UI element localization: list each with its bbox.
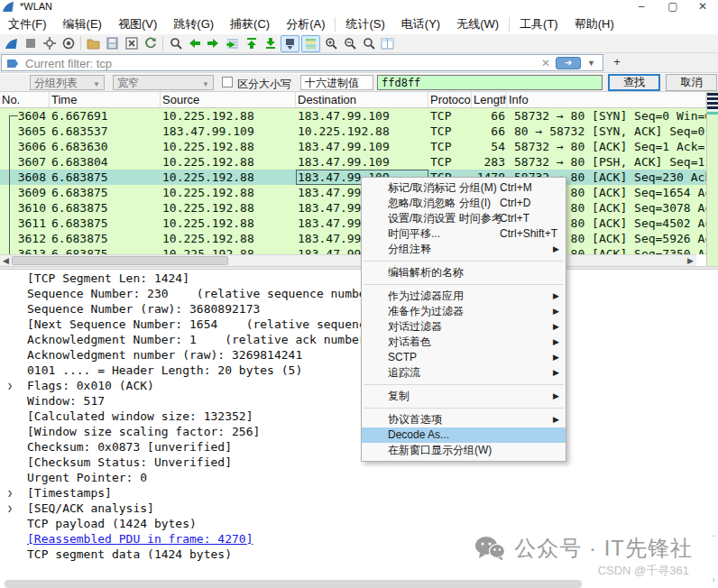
colorize-toggle-icon[interactable] [301, 35, 320, 52]
menu-item-3[interactable]: 视图(V) [110, 14, 165, 34]
context-menu-item-4[interactable]: 时间平移...Ctrl+Shift+T [362, 226, 566, 242]
save-file-icon[interactable] [103, 35, 122, 52]
menu-item-11[interactable]: 帮助(H) [566, 14, 622, 34]
context-menu-item-16[interactable]: 复制▶ [362, 389, 566, 404]
find-packet-icon[interactable] [166, 35, 185, 52]
detail-line-2[interactable]: Sequence Number: 230 (relative sequence … [0, 286, 718, 301]
packet-row-3609[interactable]: 36096.68387510.225.192.88183.47.99.109TC… [0, 185, 706, 200]
expander-chevron-icon[interactable]: ❯ [7, 485, 20, 501]
filter-dropdown-caret-icon[interactable]: ▼ [587, 59, 595, 68]
detail-line-10[interactable]: [Calculated window size: 132352] [0, 409, 718, 424]
search-type-dropdown[interactable]: 十六进制值▼ [300, 75, 373, 90]
resize-columns-icon[interactable] [378, 35, 397, 52]
menu-item-5[interactable]: 捕获(C) [222, 14, 278, 34]
zoom-in-icon[interactable] [321, 35, 340, 52]
detail-line-7[interactable]: 0101 .... = Header Length: 20 bytes (5) [0, 363, 718, 378]
scroll-left-icon[interactable]: ◀ [0, 255, 12, 266]
menu-item-6[interactable]: 分析(A) [278, 14, 333, 34]
cancel-button[interactable]: 取消 [666, 74, 717, 91]
close-capture-icon[interactable] [122, 35, 141, 52]
open-file-icon[interactable] [84, 35, 103, 52]
display-filter-input[interactable]: Current filter: tcp ✕ ➜ ▼ [1, 54, 603, 71]
case-sensitive-checkbox[interactable] [222, 77, 233, 87]
packet-row-3604[interactable]: 36046.66769110.225.192.88183.47.99.109TC… [0, 108, 706, 124]
vertical-minimap-scrollbar[interactable] [706, 92, 718, 266]
detail-line-12[interactable]: Checksum: 0x0873 [unverified] [0, 439, 718, 455]
filter-apply-icon[interactable]: ➜ [556, 57, 581, 69]
menu-item-2[interactable]: 编辑(E) [55, 14, 110, 34]
menu-item-7[interactable]: 统计(S) [337, 14, 392, 34]
detail-line-16[interactable]: ❯[SEQ/ACK analysis] [0, 501, 718, 516]
detail-line-11[interactable]: [Window size scaling factor: 256] [0, 424, 718, 439]
capture-options-icon[interactable] [40, 35, 59, 52]
filter-bookmark-icon[interactable] [6, 58, 19, 69]
context-menu-item-20[interactable]: 在新窗口显示分组(W) [362, 443, 566, 458]
context-menu-item-13[interactable]: SCTP▶ [362, 350, 566, 365]
expander-chevron-icon[interactable]: ❯ [7, 501, 20, 516]
detail-line-5[interactable]: Acknowledgment Number: 1 (relative ack n… [0, 332, 718, 347]
packet-row-3605[interactable]: 36056.683537183.47.99.10910.225.192.88TC… [0, 124, 706, 139]
go-last-icon[interactable] [261, 35, 280, 52]
context-menu-item-3[interactable]: 设置/取消设置 时间参考Ctrl+T [362, 211, 566, 226]
column-header-length[interactable]: Length [472, 92, 507, 107]
go-to-packet-icon[interactable] [223, 35, 242, 52]
detail-line-14[interactable]: Urgent Pointer: 0 [0, 470, 718, 485]
maximize-icon[interactable]: ▢ [659, 0, 686, 14]
menu-item-4[interactable]: 跳转(G) [165, 14, 222, 34]
context-menu-item-1[interactable]: 标记/取消标记 分组(M)Ctrl+M [362, 180, 566, 196]
column-header-source[interactable]: Source [161, 92, 296, 107]
context-menu-item-12[interactable]: 对话着色▶ [362, 335, 566, 350]
context-menu-item-18[interactable]: 协议首选项▶ [362, 412, 566, 427]
detail-line-3[interactable]: Sequence Number (raw): 3680892173 [0, 301, 718, 317]
context-menu-item-9[interactable]: 作为过滤器应用▶ [362, 289, 566, 304]
column-header-info[interactable]: Info [507, 92, 706, 107]
scrollbar-thumb[interactable] [12, 256, 228, 265]
expander-chevron-icon[interactable]: ❯ [7, 378, 20, 393]
detail-line-17[interactable]: TCP payload (1424 bytes) [0, 516, 718, 531]
detail-line-1[interactable]: [TCP Segment Len: 1424] [0, 271, 718, 286]
pane-splitter[interactable] [0, 266, 718, 270]
zoom-out-icon[interactable] [340, 35, 359, 52]
search-width-dropdown[interactable]: 宽窄▼ [113, 75, 214, 90]
detail-line-4[interactable]: [Next Sequence Number: 1654 (relative se… [0, 317, 718, 332]
column-header-time[interactable]: Time [50, 92, 161, 107]
go-back-icon[interactable] [185, 35, 204, 52]
go-forward-icon[interactable] [204, 35, 223, 52]
filter-clear-icon[interactable]: ✕ [541, 57, 550, 69]
packet-row-3611[interactable]: 36116.68387510.225.192.88183.47.99.109TC… [0, 216, 706, 231]
stop-capture-icon[interactable] [21, 35, 40, 52]
menu-item-9[interactable]: 无线(W) [448, 14, 507, 34]
auto-scroll-toggle-icon[interactable] [281, 35, 299, 52]
packet-row-3606[interactable]: 36066.68363010.225.192.88183.47.99.109TC… [0, 139, 706, 154]
packet-row-3613[interactable]: 36136.68387510.225.192.88183.47.99.109TC… [0, 246, 706, 254]
menu-item-10[interactable]: 工具(T) [511, 14, 566, 34]
column-header-protocol[interactable]: Protocol [428, 92, 472, 107]
restart-capture-icon[interactable] [59, 35, 78, 52]
packet-row-3612[interactable]: 36126.68387510.225.192.88183.47.99.109TC… [0, 231, 706, 246]
reload-icon[interactable] [141, 35, 160, 52]
go-first-icon[interactable] [242, 35, 261, 52]
filter-add-button[interactable]: + [610, 55, 624, 69]
detail-line-13[interactable]: [Checksum Status: Unverified] [0, 455, 718, 470]
search-input[interactable] [377, 75, 603, 90]
context-menu-item-7[interactable]: 编辑解析的名称 [362, 265, 566, 280]
search-scope-dropdown[interactable]: 分组列表▼ [30, 75, 105, 90]
scroll-right-icon[interactable]: ▶ [685, 255, 696, 266]
context-menu-item-2[interactable]: 忽略/取消忽略 分组(I)Ctrl+D [362, 196, 566, 211]
detail-line-15[interactable]: ❯[Timestamps] [0, 485, 718, 501]
packet-row-3608[interactable]: 36086.68387510.225.192.88183.47.99.109TC… [0, 170, 706, 185]
menu-item-8[interactable]: 电话(Y) [393, 14, 448, 34]
context-menu-item-5[interactable]: 分组注释▶ [362, 242, 566, 257]
column-header-destination[interactable]: Destination [296, 92, 428, 107]
context-menu-item-10[interactable]: 准备作为过滤器▶ [362, 304, 566, 319]
horizontal-scrollbar[interactable]: ◀ ▶ [0, 254, 696, 266]
column-header-no[interactable]: No. [0, 92, 50, 107]
detail-line-6[interactable]: Acknowledgment number (raw): 3269814241 [0, 347, 718, 363]
minimize-icon[interactable]: – [628, 0, 655, 14]
close-icon[interactable]: ✕ [689, 0, 716, 14]
start-capture-icon[interactable] [2, 35, 21, 52]
detail-line-9[interactable]: Window: 517 [0, 393, 718, 409]
packet-row-3607[interactable]: 36076.68380410.225.192.88183.47.99.109TC… [0, 154, 706, 170]
context-menu-item-11[interactable]: 对话过滤器▶ [362, 319, 566, 335]
reassembled-pdu-link[interactable]: [Reassembled PDU in frame: 4270] [27, 532, 253, 546]
